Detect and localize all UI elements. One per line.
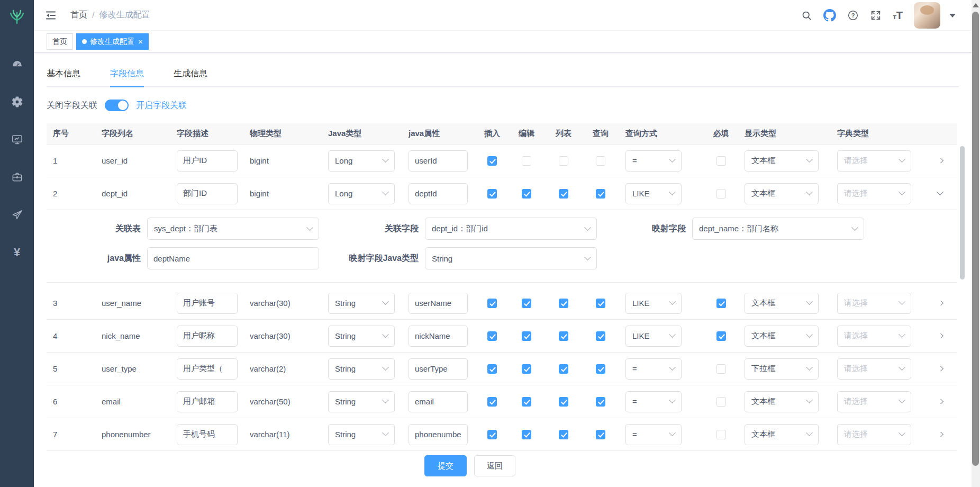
tab-basic-info[interactable]: 基本信息 [47, 68, 80, 86]
sidebar-item-guide[interactable] [0, 196, 34, 233]
sidebar-item-system[interactable] [0, 83, 34, 121]
required-checkbox[interactable] [716, 189, 726, 199]
edit-checkbox[interactable] [522, 430, 531, 439]
tag-close-icon[interactable]: × [138, 38, 143, 46]
java_field-input[interactable] [409, 358, 468, 380]
list-checkbox[interactable] [559, 156, 568, 166]
java_field-input[interactable] [409, 150, 468, 172]
github-icon[interactable] [823, 9, 836, 22]
html_type-select[interactable]: 下拉框 [745, 358, 819, 380]
expand-row-icon[interactable] [937, 366, 943, 371]
insert-checkbox[interactable] [487, 397, 497, 407]
desc-input[interactable] [177, 326, 238, 347]
html_type-select[interactable]: 文本框 [745, 424, 819, 445]
html_type-select[interactable]: 文本框 [745, 391, 819, 412]
java_type-select[interactable]: String [328, 424, 395, 445]
java_field-input[interactable] [409, 293, 468, 314]
list-checkbox[interactable] [559, 397, 568, 407]
query_type-select[interactable]: = [625, 150, 682, 172]
insert-checkbox[interactable] [487, 189, 497, 199]
dict-select[interactable]: 请选择 [837, 358, 911, 380]
breadcrumb-home[interactable]: 首页 [70, 10, 87, 21]
desc-input[interactable] [177, 293, 238, 314]
insert-checkbox[interactable] [487, 299, 497, 308]
tag-current[interactable]: 修改生成配置× [76, 33, 149, 50]
dict-select[interactable]: 请选择 [837, 183, 911, 204]
search-icon[interactable] [801, 10, 812, 21]
sidebar-item-dashboard[interactable] [0, 46, 34, 83]
edit-checkbox[interactable] [522, 331, 531, 341]
java-attribute-input[interactable] [147, 247, 319, 269]
field-association-toggle[interactable] [105, 100, 129, 111]
page-scrollbar-thumb[interactable] [972, 12, 979, 466]
java_type-select[interactable]: String [328, 391, 395, 412]
table-scrollbar-thumb[interactable] [960, 146, 965, 279]
dict-select[interactable]: 请选择 [837, 293, 911, 314]
dict-select[interactable]: 请选择 [837, 424, 911, 445]
query-checkbox[interactable] [596, 331, 605, 341]
required-checkbox[interactable] [716, 156, 726, 166]
query_type-select[interactable]: = [625, 358, 682, 380]
back-button[interactable]: 返回 [474, 455, 515, 476]
tab-field-info[interactable]: 字段信息 [110, 68, 144, 87]
query_type-select[interactable]: LIKE [625, 293, 682, 314]
html_type-select[interactable]: 文本框 [745, 293, 819, 314]
edit-checkbox[interactable] [522, 156, 531, 166]
insert-checkbox[interactable] [487, 364, 497, 374]
relation-field-select[interactable]: dept_id：部门id [425, 218, 597, 240]
tag-home[interactable]: 首页 [47, 33, 73, 50]
html_type-select[interactable]: 文本框 [745, 150, 819, 172]
sidebar-collapse-button[interactable] [45, 10, 57, 21]
java_field-input[interactable] [409, 183, 468, 204]
help-icon[interactable]: ? [847, 10, 859, 21]
edit-checkbox[interactable] [522, 189, 531, 199]
java_field-input[interactable] [409, 326, 468, 347]
expand-row-icon[interactable] [937, 301, 943, 305]
chevron-down-icon[interactable] [949, 14, 956, 17]
dict-select[interactable]: 请选择 [837, 150, 911, 172]
required-checkbox[interactable] [716, 299, 726, 308]
tab-generate-info[interactable]: 生成信息 [174, 68, 207, 86]
relation-table-select[interactable]: sys_dept：部门表 [147, 218, 319, 240]
html_type-select[interactable]: 文本框 [745, 326, 819, 347]
desc-input[interactable] [177, 150, 238, 172]
list-checkbox[interactable] [559, 299, 568, 308]
expand-row-icon[interactable] [937, 333, 943, 338]
font-size-icon[interactable]: тT [893, 11, 903, 20]
page-scrollbar[interactable] [972, 0, 980, 487]
java_field-input[interactable] [409, 391, 468, 412]
query-checkbox[interactable] [596, 189, 605, 199]
edit-checkbox[interactable] [522, 397, 531, 407]
insert-checkbox[interactable] [487, 331, 497, 341]
edit-checkbox[interactable] [522, 364, 531, 374]
query-checkbox[interactable] [596, 299, 605, 308]
html_type-select[interactable]: 文本框 [745, 183, 819, 204]
query-checkbox[interactable] [596, 156, 605, 166]
query_type-select[interactable]: = [625, 391, 682, 412]
java_type-select[interactable]: Long [328, 150, 395, 172]
query_type-select[interactable]: LIKE [625, 326, 682, 347]
query-checkbox[interactable] [596, 364, 605, 374]
query_type-select[interactable]: = [625, 424, 682, 445]
fullscreen-icon[interactable] [870, 10, 882, 21]
query_type-select[interactable]: LIKE [625, 183, 682, 204]
edit-checkbox[interactable] [522, 299, 531, 308]
sidebar-item-tool[interactable] [0, 158, 34, 196]
desc-input[interactable] [177, 391, 238, 412]
sidebar-item-monitor[interactable] [0, 121, 34, 158]
list-checkbox[interactable] [559, 331, 568, 341]
mapping-java-type-select[interactable]: String [425, 247, 597, 269]
insert-checkbox[interactable] [487, 430, 497, 439]
required-checkbox[interactable] [716, 397, 726, 407]
mapping-field-select[interactable]: dept_name：部门名称 [692, 218, 864, 240]
list-checkbox[interactable] [559, 430, 568, 439]
submit-button[interactable]: 提交 [424, 455, 467, 476]
query-checkbox[interactable] [596, 397, 605, 407]
collapse-row-icon[interactable] [937, 191, 943, 195]
list-checkbox[interactable] [559, 189, 568, 199]
scroll-up-arrow-icon[interactable] [973, 3, 979, 7]
list-checkbox[interactable] [559, 364, 568, 374]
required-checkbox[interactable] [716, 430, 726, 439]
required-checkbox[interactable] [716, 364, 726, 374]
association-on-label[interactable]: 开启字段关联 [136, 100, 187, 111]
